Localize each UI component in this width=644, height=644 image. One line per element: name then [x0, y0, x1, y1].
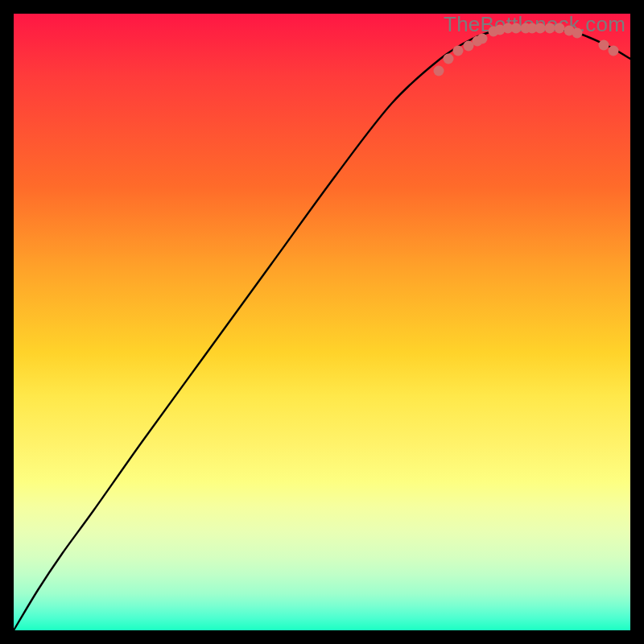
chart-stage: TheBottleneck.com [0, 0, 644, 644]
highlight-dot [511, 23, 522, 34]
highlight-dot [444, 54, 454, 64]
highlight-dot [535, 23, 546, 34]
highlight-dot [572, 28, 583, 39]
highlight-dot [609, 46, 619, 56]
highlight-dot [599, 40, 609, 51]
bottleneck-curve [14, 27, 630, 630]
highlight-dot [453, 46, 464, 56]
highlight-dot [477, 34, 488, 44]
plot-svg [14, 14, 630, 630]
highlight-dot [464, 41, 474, 52]
highlight-dot [434, 66, 444, 76]
plot-area: TheBottleneck.com [14, 14, 630, 630]
highlight-dot [555, 23, 565, 34]
highlight-dot [545, 23, 555, 34]
highlight-dots [434, 23, 619, 76]
